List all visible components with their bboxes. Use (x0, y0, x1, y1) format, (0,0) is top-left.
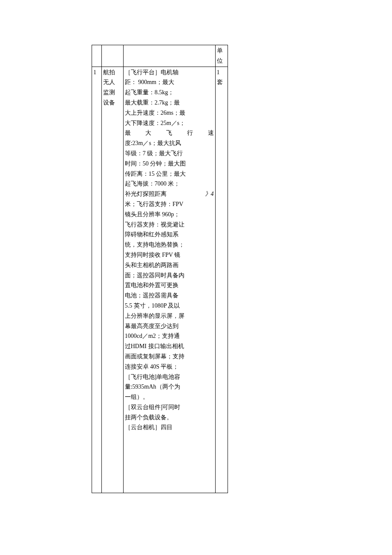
table-row: 1 航拍 无人 监测 设备 ［飞行平台］电机轴 距： 900mm；最大 起飞重量… (92, 67, 228, 493)
spec-line: 大下降速度：25m／s； (125, 120, 185, 126)
spec-line: 距： 900mm；最大 (125, 79, 174, 85)
spec-line: 起飞重量：8.5kg； (125, 89, 174, 96)
spec-line: 一组）。 (125, 394, 149, 400)
name-line: 航拍 (103, 69, 115, 76)
spec-line: 障碍物和红外感知系 (125, 231, 179, 238)
spec-line: 量:5935mAh（两个为 (125, 384, 180, 390)
cell-name: 航拍 无人 监测 设备 (102, 67, 124, 493)
spec-line: 最大载重：2.7kg；最 (125, 99, 180, 106)
row-number: 1 (93, 69, 96, 76)
spec-line: 起飞海拔：7000 米； (125, 180, 180, 187)
name-line: 监测 (103, 89, 115, 96)
spec-line: ［云台相机］四目 (125, 424, 173, 430)
spec-line: 画面或复制屏幕；支持 (125, 353, 184, 360)
spec-line-spread: 最 大 飞 行 速 (125, 128, 214, 138)
spec-line: 统，支持电池热替换； (125, 241, 184, 248)
spec-line: 过HDMI 接口输出相机 (125, 343, 184, 349)
spec-line: ［飞行平台］电机轴 (125, 69, 179, 76)
spec-line: 电池；遥控器需具备 (125, 292, 179, 299)
spec-line: 5.5 英寸，1080P 及以 (125, 302, 180, 309)
spec-line: 上分辨率的显示屏，屏 (125, 313, 184, 319)
spec-line: 幕最高亮度至少达到 (125, 323, 179, 329)
name-line: 设备 (103, 99, 115, 106)
spec-line: 面；遥控器同时具备内 (125, 272, 184, 279)
spec-table: 单位 1 航拍 无人 监测 设备 ［飞行平台］电机轴 距： 900mm；最大 起… (92, 45, 228, 493)
header-cell-unit: 单位 (215, 45, 228, 67)
spec-line: 等级：7 级；最大飞行 (125, 150, 183, 157)
cell-spec: ［飞行平台］电机轴 距： 900mm；最大 起飞重量：8.5kg； 最大载重：2… (123, 67, 215, 493)
header-cell-spec (123, 45, 215, 67)
name-line: 无人 (103, 79, 115, 85)
header-cell-num (92, 45, 102, 67)
spec-line: 传距离：15 公里；最大 (125, 171, 186, 177)
spec-line: 连接安卓 40S 平板； (125, 363, 179, 370)
table-header-row: 单位 (92, 45, 228, 67)
unit-qty: 1 (217, 69, 220, 76)
spec-line: 大上升速度：26ms；最 (125, 110, 185, 116)
spec-line-split: 补光灯探照距离 》4 (125, 189, 214, 199)
spec-line: 米；飞行器支持：FPV (125, 201, 184, 207)
header-cell-name (102, 45, 124, 67)
spec-line: 度:23m／s；最大抗风 (125, 140, 181, 146)
spec-line: 挂两个负载设备。 (125, 414, 173, 421)
cell-unit: 1 套 (215, 67, 228, 493)
spec-line: 头和主相机的两路画 (125, 262, 179, 268)
cell-num: 1 (92, 67, 102, 493)
spec-line: 支持同时接收 FPV 镜 (125, 252, 180, 258)
spec-line: ［双云台组件]可同时 (125, 404, 181, 410)
spec-line: 飞行器支持：视觉避让 (125, 221, 184, 228)
unit-label: 套 (217, 79, 223, 85)
spec-line: ［飞行电池]单电池容 (125, 374, 181, 380)
header-unit-text: 单位 (217, 47, 223, 64)
spec-line: 镜头且分辨率 960p； (125, 211, 180, 218)
spec-line: 时间：50 分钟；最大图 (125, 160, 186, 167)
spec-line: 1000cd／m2；支持通 (125, 333, 180, 339)
spec-line: 置电池和外置可更换 (125, 282, 179, 288)
